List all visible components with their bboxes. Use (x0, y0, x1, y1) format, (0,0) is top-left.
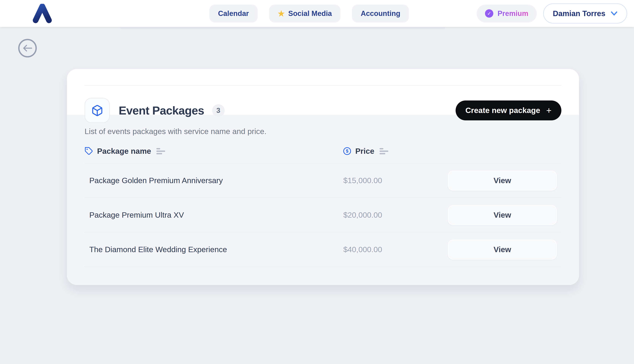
sort-icon-price[interactable] (380, 148, 388, 154)
package-name: Package Premium Ultra XV (89, 211, 184, 220)
user-name: Damian Torres (553, 9, 605, 18)
tab-calendar[interactable]: Calendar (209, 4, 258, 22)
arrow-left-icon (22, 44, 32, 52)
package-name: The Diamond Elite Wedding Experience (89, 245, 227, 254)
package-name: Package Golden Premium Anniversary (89, 176, 223, 185)
column-package-name: Package name (84, 144, 562, 158)
dollar-circle-icon: $ (343, 147, 352, 156)
tab-accounting-label: Accounting (360, 10, 400, 18)
package-table: Package Golden Premium Anniversary $15,0… (84, 164, 562, 267)
lambda-logo-icon (32, 4, 53, 23)
view-button[interactable]: View (448, 240, 557, 260)
table-row: The Diamond Elite Wedding Experience $40… (84, 232, 562, 267)
event-packages-card: Event Packages 3 Create new package + Li… (67, 69, 579, 285)
cube-icon (91, 104, 103, 116)
tab-accounting[interactable]: Accounting (352, 4, 409, 22)
page-title: Event Packages (119, 104, 204, 117)
plus-icon: + (546, 106, 552, 115)
view-button[interactable]: View (448, 205, 557, 225)
column-package-name-label: Package name (97, 147, 151, 156)
premium-label: Premium (498, 10, 528, 18)
chevron-down-icon (611, 11, 618, 16)
table-row: Package Golden Premium Anniversary $15,0… (84, 164, 562, 198)
count-badge: 3 (212, 104, 225, 117)
create-button-label: Create new package (466, 106, 540, 115)
back-button[interactable] (18, 39, 37, 58)
table-row: Package Premium Ultra XV $20,000.00 View (84, 198, 562, 232)
user-menu-button[interactable]: Damian Torres (543, 4, 627, 24)
tab-social-media[interactable]: ★ Social Media (269, 4, 341, 22)
main-nav: Calendar ★ Social Media Accounting (209, 4, 409, 22)
column-price: $ Price (343, 144, 388, 158)
package-price: $15,000.00 (338, 176, 387, 185)
screen: Calendar ★ Social Media Accounting ✓ Pre… (0, 0, 634, 364)
card-header: Event Packages 3 Create new package + (84, 98, 562, 123)
table-column-headers: Package name $ Price (84, 144, 562, 158)
view-button[interactable]: View (448, 170, 557, 190)
card-top-divider (84, 85, 562, 86)
package-price: $40,000.00 (338, 245, 387, 254)
tab-calendar-label: Calendar (218, 10, 249, 18)
star-icon: ★ (278, 10, 285, 18)
premium-badge: ✓ Premium (477, 4, 537, 22)
check-circle-icon: ✓ (485, 9, 493, 18)
tag-icon (84, 147, 93, 156)
topbar-right: ✓ Premium Damian Torres (477, 0, 627, 27)
svg-text:$: $ (346, 148, 348, 154)
tab-social-media-label: Social Media (288, 10, 332, 18)
sort-icon-package-name[interactable] (156, 148, 165, 154)
topbar: Calendar ★ Social Media Accounting ✓ Pre… (0, 0, 634, 27)
app-logo[interactable] (32, 4, 53, 23)
package-icon-box (84, 98, 110, 123)
card-description: List of events packages with service nam… (84, 127, 266, 136)
package-price: $20,000.00 (338, 211, 387, 220)
column-price-label: Price (355, 147, 374, 156)
create-new-package-button[interactable]: Create new package + (456, 100, 562, 120)
